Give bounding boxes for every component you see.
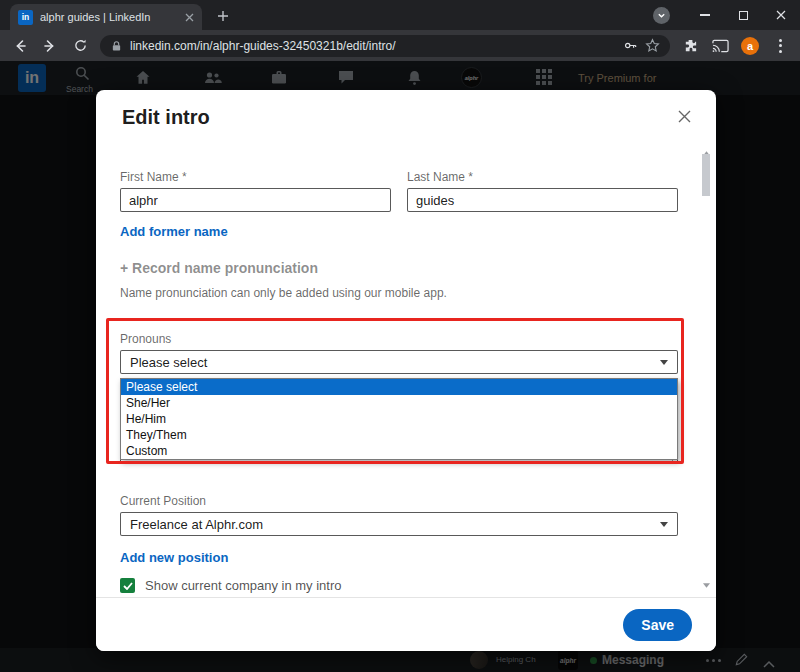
modal-footer: Save — [96, 597, 716, 651]
record-pronunciation-button[interactable]: + Record name pronunciation — [120, 260, 318, 276]
extensions-puzzle-icon[interactable] — [676, 32, 704, 60]
modal-title: Edit intro — [122, 106, 210, 129]
browser-toolbar: linkedin.com/in/alphr-guides-32450321b/e… — [0, 30, 800, 61]
url-text: linkedin.com/in/alphr-guides-32450321b/e… — [130, 39, 616, 53]
new-tab-button[interactable] — [214, 7, 232, 25]
edit-intro-modal: Edit intro First Name * Last Name * Add … — [96, 90, 716, 651]
forward-button[interactable] — [36, 32, 64, 60]
pronouns-option[interactable]: She/Her — [121, 395, 677, 411]
page-viewport: in Search alphr Try Premium for Helping … — [0, 61, 800, 672]
close-window-button[interactable] — [762, 0, 800, 30]
tab-close-icon[interactable] — [185, 8, 194, 26]
browser-tab[interactable]: in alphr guides | LinkedIn — [10, 4, 202, 30]
current-position-block: Current Position Freelance at Alphr.com — [120, 494, 678, 536]
back-icon — [12, 38, 28, 54]
pronouns-option[interactable]: They/Them — [121, 427, 677, 443]
avatar-initial: a — [741, 37, 759, 55]
close-icon — [776, 10, 786, 20]
browser-menu-icon[interactable] — [766, 32, 794, 60]
current-position-label: Current Position — [120, 494, 678, 508]
downloads-icon[interactable] — [653, 7, 670, 24]
scrollbar-thumb[interactable] — [702, 154, 710, 196]
maximize-button[interactable] — [724, 0, 762, 30]
modal-close-button[interactable] — [670, 102, 698, 130]
pronouns-select[interactable]: Please select — [120, 350, 678, 374]
refresh-icon — [73, 38, 88, 53]
password-key-icon[interactable] — [623, 38, 638, 53]
close-icon — [677, 109, 692, 124]
modal-content: First Name * Last Name * Add former name… — [96, 140, 716, 597]
pronunciation-note: Name pronunciation can only be added usi… — [120, 286, 447, 300]
last-name-field: Last Name * — [407, 170, 678, 212]
linkedin-favicon: in — [18, 10, 33, 25]
pronouns-label: Pronouns — [120, 332, 678, 346]
first-name-label: First Name * — [120, 170, 391, 184]
modal-scrollbar[interactable] — [701, 142, 711, 592]
bookmark-star-icon[interactable] — [645, 38, 660, 53]
save-button[interactable]: Save — [623, 609, 692, 641]
pronouns-option[interactable]: Custom — [121, 443, 677, 459]
current-position-value: Freelance at Alphr.com — [130, 517, 263, 532]
scroll-down-icon[interactable] — [702, 574, 710, 592]
add-new-position-link[interactable]: Add new position — [120, 550, 228, 565]
minimize-icon — [700, 14, 710, 16]
check-icon — [123, 582, 133, 590]
chevron-down-icon — [660, 360, 668, 365]
refresh-button[interactable] — [66, 32, 94, 60]
address-bar[interactable]: linkedin.com/in/alphr-guides-32450321b/e… — [100, 35, 670, 57]
last-name-label: Last Name * — [407, 170, 678, 184]
pronouns-option[interactable]: Please select — [121, 379, 677, 395]
show-company-label: Show current company in my intro — [145, 578, 342, 593]
maximize-icon — [739, 11, 748, 20]
cast-icon[interactable] — [706, 32, 734, 60]
window-controls — [653, 0, 800, 30]
add-former-name-link[interactable]: Add former name — [120, 224, 228, 239]
plus-icon — [217, 10, 229, 22]
forward-icon — [42, 38, 58, 54]
current-position-select[interactable]: Freelance at Alphr.com — [120, 512, 678, 536]
first-name-input[interactable] — [120, 188, 391, 212]
window-titlebar: in alphr guides | LinkedIn — [0, 0, 800, 30]
tab-title: alphr guides | LinkedIn — [40, 11, 178, 23]
profile-avatar[interactable]: a — [736, 32, 764, 60]
pronouns-dropdown-list: Please select She/Her He/Him They/Them C… — [120, 378, 678, 460]
show-company-row: Show current company in my intro — [120, 578, 342, 593]
back-button[interactable] — [6, 32, 34, 60]
minimize-button[interactable] — [686, 0, 724, 30]
pronouns-selected-value: Please select — [130, 355, 207, 370]
chevron-down-icon — [660, 522, 668, 527]
show-company-checkbox[interactable] — [120, 578, 135, 593]
lock-icon — [110, 39, 123, 53]
last-name-input[interactable] — [407, 188, 678, 212]
first-name-field: First Name * — [120, 170, 391, 212]
pronouns-option[interactable]: He/Him — [121, 411, 677, 427]
pronouns-block: Pronouns Please select Please select She… — [120, 332, 678, 464]
